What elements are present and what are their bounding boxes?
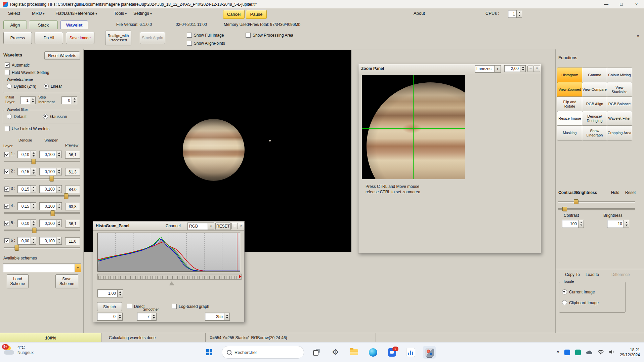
bluetooth-icon[interactable] [564, 350, 570, 355]
histogram-gain-stepper[interactable]: 1,00 [97, 289, 123, 297]
layer-6-checkbox[interactable] [4, 238, 9, 243]
zoom-panel-minimize-icon[interactable]: – [527, 66, 534, 72]
layer-6-slider[interactable] [4, 247, 80, 249]
tab-wavelet[interactable]: Wavelet [60, 21, 88, 29]
task-view-button[interactable] [310, 346, 323, 359]
radio-icon[interactable] [7, 114, 12, 119]
slider-thumb[interactable] [64, 193, 69, 199]
checkbox-icon[interactable] [5, 70, 10, 75]
spinner-arrows-icon[interactable] [624, 220, 629, 228]
wifi-icon[interactable] [598, 350, 604, 356]
minimize-icon[interactable]: — [599, 0, 614, 8]
menu-flat-dark-reference[interactable]: Flat/Dark/Reference▾ [55, 11, 97, 16]
checkbox-icon[interactable] [5, 126, 10, 131]
menu-select[interactable]: Select [8, 11, 20, 16]
spinner-arrows-icon[interactable] [56, 151, 62, 158]
log-based-graph-checkbox[interactable]: Log-based graph [172, 304, 209, 309]
registax-app-button[interactable] [423, 346, 436, 359]
edge-browser-button[interactable] [367, 346, 379, 359]
channel-dropdown[interactable]: RGB ▼ [187, 223, 214, 230]
spinner-arrows-icon[interactable] [151, 313, 157, 321]
slider-thumb[interactable] [562, 207, 567, 211]
menu-settings[interactable]: Settings▾ [133, 11, 152, 16]
layer-2-sharpen-stepper[interactable]: 0,100 [39, 168, 62, 175]
step-increment-stepper[interactable]: 0 [61, 96, 77, 104]
layer-2-denoise-stepper[interactable]: 0,15 [17, 168, 36, 175]
spinner-arrows-icon[interactable] [56, 168, 62, 175]
fn-resize-image-button[interactable]: Resize Image [557, 111, 583, 126]
fn-view-zoomed-button[interactable]: View Zoomed [557, 82, 583, 97]
menu-tools[interactable]: Tools▾ [114, 11, 127, 16]
save-image-button[interactable]: Save image [66, 32, 94, 44]
layer-4-checkbox[interactable] [4, 204, 9, 209]
linear-radio[interactable]: Linear [44, 84, 62, 89]
hold-button[interactable]: Hold [611, 190, 619, 195]
layer-2-slider[interactable] [4, 178, 80, 179]
radio-icon[interactable] [562, 300, 567, 305]
layer-3-sharpen-stepper[interactable]: 0,100 [39, 185, 62, 193]
fn-wavelet-filter-button[interactable]: Wavelet Filter [607, 111, 632, 126]
reset-button[interactable]: Reset [625, 190, 636, 195]
histogram-minimize-icon[interactable]: – [231, 223, 238, 229]
automatic-checkbox[interactable]: Automatic [5, 63, 30, 68]
hidden-icons-chevron-icon[interactable]: ^ [557, 350, 559, 355]
tab-align[interactable]: Align [3, 21, 27, 29]
process-button[interactable]: Process [3, 32, 32, 44]
direct-checkbox[interactable]: Direct [127, 304, 144, 309]
range-high-stepper[interactable]: 255 [205, 313, 230, 321]
layer-6-denoise-stepper[interactable]: 0,00 [17, 237, 36, 245]
maximize-icon[interactable]: □ [614, 0, 629, 8]
tab-stack[interactable]: Stack [29, 21, 58, 29]
spinner-arrows-icon[interactable] [31, 168, 36, 175]
spinner-arrows-icon[interactable] [117, 289, 123, 297]
show-full-image-checkbox[interactable]: Show Full Image [187, 33, 224, 38]
stack-again-button[interactable]: Stack Again [140, 32, 165, 44]
spinner-arrows-icon[interactable] [578, 220, 584, 228]
zoom-panel-close-icon[interactable]: × [534, 66, 540, 72]
radio-icon[interactable] [44, 84, 49, 89]
show-alignpoints-checkbox[interactable]: Show AlignPoints [187, 41, 225, 46]
menu-about[interactable]: About [414, 11, 425, 16]
range-low-stepper[interactable]: 0 [97, 313, 123, 321]
layer-4-slider[interactable] [4, 212, 80, 214]
spinner-arrows-icon[interactable] [520, 65, 526, 72]
volume-icon[interactable] [609, 350, 615, 355]
difference-button[interactable]: Difference [611, 272, 630, 277]
do-all-button[interactable]: Do All [35, 32, 63, 44]
scheme-dropdown[interactable]: ▼ [3, 264, 81, 272]
load-to-button[interactable]: Load to [586, 272, 599, 277]
contrast-slider[interactable] [558, 201, 635, 203]
histogram-reset-button[interactable]: RESET [215, 223, 231, 230]
spinner-arrows-icon[interactable] [31, 151, 36, 158]
weather-widget[interactable]: 9+ 4°C Nuageux [4, 345, 34, 355]
layer-1-slider[interactable] [4, 161, 80, 162]
realign-with-processed-button[interactable]: Realign_with Processed [105, 31, 131, 45]
layer-5-denoise-stepper[interactable]: 0,10 [17, 219, 36, 227]
spinner-arrows-icon[interactable] [31, 219, 36, 227]
brightness-slider[interactable] [558, 208, 635, 210]
fn-show-linegraph-button[interactable]: Show Linegraph [582, 125, 607, 140]
radio-icon[interactable] [7, 84, 12, 89]
save-scheme-button[interactable]: Save Scheme [55, 274, 78, 288]
spinner-arrows-icon[interactable] [224, 313, 230, 321]
fn-view-stacksize-button[interactable]: View Stacksize [607, 82, 632, 97]
brightness-stepper[interactable]: -10 [607, 220, 629, 228]
layer-4-sharpen-stepper[interactable]: 0,100 [39, 202, 62, 210]
dropdown-arrow-icon[interactable]: ▼ [75, 264, 81, 272]
filter-default-radio[interactable]: Default [7, 114, 27, 119]
spinner-arrows-icon[interactable] [30, 96, 36, 104]
dropdown-arrow-icon[interactable]: ▼ [208, 223, 214, 230]
taskbar-clock[interactable]: 18:21 29/12/2024 [620, 348, 640, 358]
slider-thumb[interactable] [32, 159, 36, 164]
load-scheme-button[interactable]: Load Scheme [7, 274, 29, 288]
dropdown-arrow-icon[interactable]: ▼ [494, 66, 501, 72]
current-image-radio[interactable]: Current Image [562, 289, 595, 294]
reset-wavelets-button[interactable]: Reset Wavelets [44, 51, 80, 60]
histogram-plot[interactable] [97, 233, 240, 272]
cpus-stepper[interactable]: 1 [508, 10, 522, 18]
layer-5-checkbox[interactable] [4, 221, 9, 226]
layer-3-slider[interactable] [4, 195, 80, 197]
layer-4-denoise-stepper[interactable]: 0,15 [17, 202, 36, 210]
taskbar-search[interactable]: Rechercher [222, 346, 304, 359]
spinner-arrows-icon[interactable] [31, 185, 36, 193]
